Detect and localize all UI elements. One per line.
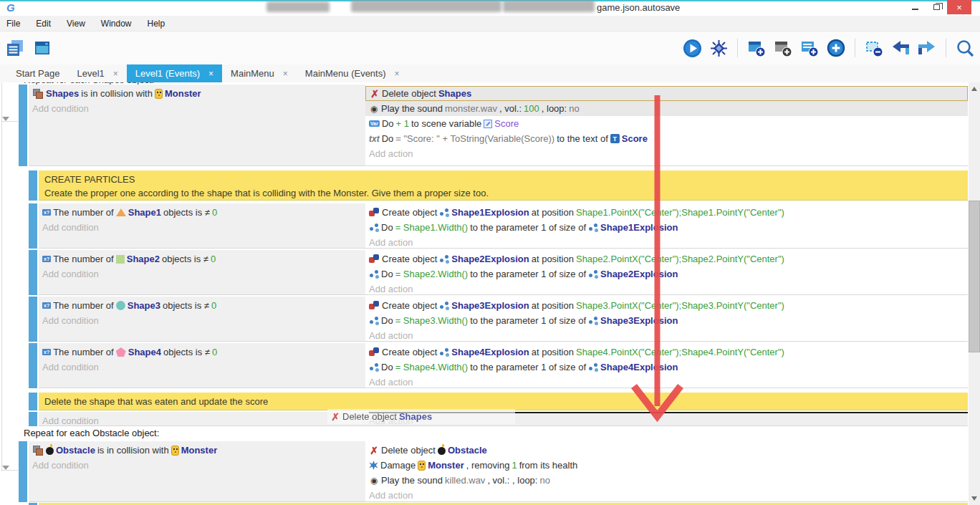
placeholder-text[interactable]: Add action bbox=[369, 490, 413, 501]
title-bar: G game.json.autosave × bbox=[0, 0, 980, 16]
tab-close-icon[interactable]: × bbox=[208, 69, 213, 79]
action-row[interactable]: Create object Shape1Explosion at positio… bbox=[365, 205, 968, 220]
action-row[interactable]: ◉Play the sound killed.wav, vol.: , loop… bbox=[365, 473, 968, 488]
action-row[interactable]: Create object Shape3Explosion at positio… bbox=[365, 298, 968, 313]
maximize-button[interactable] bbox=[926, 0, 947, 14]
placeholder-text[interactable]: Add action bbox=[369, 284, 413, 294]
action-row[interactable]: ✗Delete object Obstacle bbox=[365, 443, 968, 458]
tab-mainmenu-events[interactable]: MainMenu (Events)× bbox=[297, 64, 408, 82]
condition-row[interactable]: Add condition bbox=[39, 220, 365, 235]
scrollbar-thumb[interactable] bbox=[969, 201, 980, 352]
placeholder-text[interactable]: Add condition bbox=[42, 362, 99, 372]
undo-button[interactable] bbox=[890, 37, 911, 59]
condition-row[interactable]: Add condition bbox=[29, 458, 365, 473]
placeholder-text[interactable]: Add condition bbox=[32, 460, 89, 471]
comment-block[interactable]: CREATE PARTICLESCreate the proper one ac… bbox=[39, 170, 968, 201]
tab-level1[interactable]: Level1× bbox=[68, 64, 126, 82]
event-text: no bbox=[539, 475, 549, 486]
action-row[interactable]: txtDo = "Score: " + ToString(Variable(Sc… bbox=[365, 131, 968, 146]
scene-editor-button[interactable] bbox=[32, 37, 53, 59]
project-manager-button[interactable] bbox=[4, 37, 26, 59]
action-row[interactable]: Add action bbox=[365, 375, 968, 390]
redacted-title-text bbox=[351, 0, 501, 12]
action-row[interactable]: VarDo + 1 to scene variable Score bbox=[365, 116, 968, 131]
condition-row[interactable]: Add condition bbox=[29, 101, 365, 116]
event-text: Create object bbox=[382, 254, 437, 264]
search-button[interactable] bbox=[954, 37, 976, 59]
placeholder-text[interactable]: Add action bbox=[369, 148, 413, 159]
event-text: Do bbox=[381, 362, 393, 372]
redo-button[interactable] bbox=[916, 37, 938, 59]
tab-close-icon[interactable]: × bbox=[283, 69, 288, 79]
condition-row[interactable]: Add condition bbox=[39, 266, 365, 282]
action-row[interactable]: Add action bbox=[365, 488, 968, 503]
tab-close-icon[interactable]: × bbox=[395, 69, 400, 79]
scroll-down-icon[interactable] bbox=[971, 496, 977, 501]
add-other-button[interactable] bbox=[825, 37, 847, 59]
action-row[interactable]: Add action bbox=[365, 235, 968, 250]
condition-row[interactable]: x?The number of Shape2 objects is ≠ 0 bbox=[39, 251, 365, 266]
preview-play-button[interactable] bbox=[681, 37, 703, 59]
add-comment-button[interactable] bbox=[799, 37, 820, 59]
action-row[interactable]: Do = Shape2.Width() to the parameter 1 o… bbox=[365, 266, 968, 282]
tab-close-icon[interactable]: × bbox=[113, 69, 118, 79]
action-row[interactable]: Create object Shape4Explosion at positio… bbox=[365, 345, 968, 360]
action-row[interactable]: Add action bbox=[365, 146, 968, 161]
event-text: from its health bbox=[519, 460, 578, 471]
action-row[interactable]: Do = Shape1.Width() to the parameter 1 o… bbox=[365, 220, 968, 235]
add-sub-event-button[interactable] bbox=[772, 37, 794, 59]
comment-block[interactable]: Delete the shape that was eaten and upda… bbox=[39, 393, 968, 410]
event-text: Play the sound bbox=[381, 103, 443, 114]
condition-row[interactable]: x?The number of Shape3 objects is ≠ 0 bbox=[39, 298, 365, 313]
placeholder-text[interactable]: Add action bbox=[369, 237, 413, 248]
condition-row[interactable]: Add condition bbox=[39, 360, 365, 375]
action-row[interactable]: Do = Shape4.Width() to the parameter 1 o… bbox=[365, 360, 968, 375]
placeholder-text[interactable]: Add condition bbox=[42, 222, 99, 233]
action-row[interactable]: Damage Monster, removing 1 from its heal… bbox=[365, 458, 968, 473]
minimize-button[interactable] bbox=[904, 0, 926, 14]
delete-event-button[interactable] bbox=[863, 37, 885, 59]
condition-row[interactable]: Obstacle is in collision with Monster bbox=[29, 443, 365, 458]
sound-icon: ◉ bbox=[369, 104, 379, 114]
condition-row[interactable]: Shapes is in collision with Monster bbox=[29, 86, 365, 101]
action-row[interactable]: ✗Delete object Shapes bbox=[365, 86, 968, 101]
expander-icon[interactable] bbox=[2, 466, 9, 470]
repeat-header[interactable]: Repeat for each Obstacle object: bbox=[24, 428, 159, 438]
action-row[interactable]: Add action bbox=[365, 282, 968, 297]
placeholder-text[interactable]: Add action bbox=[369, 330, 413, 341]
debug-button[interactable] bbox=[708, 37, 729, 59]
menu-help[interactable]: Help bbox=[148, 19, 165, 29]
menu-view[interactable]: View bbox=[67, 19, 85, 29]
action-row[interactable]: Add action bbox=[365, 328, 968, 343]
delete-icon: ✗ bbox=[330, 411, 340, 423]
event-text: Shape4.PointX("Center");Shape4.PointY("C… bbox=[576, 347, 784, 357]
placeholder-text[interactable]: Add condition bbox=[42, 315, 99, 326]
menu-edit[interactable]: Edit bbox=[36, 19, 51, 29]
action-row[interactable]: Do = Shape3.Width() to the parameter 1 o… bbox=[365, 313, 968, 328]
expander-icon[interactable] bbox=[2, 117, 9, 121]
action-row[interactable]: Create object Shape2Explosion at positio… bbox=[365, 251, 968, 266]
condition-row[interactable]: x?The number of Shape4 objects is ≠ 0 bbox=[39, 345, 365, 360]
placeholder-text[interactable]: Add condition bbox=[42, 415, 99, 426]
monster-icon bbox=[155, 89, 163, 99]
tab-start-page[interactable]: Start Page bbox=[7, 64, 68, 82]
action-row[interactable]: ◉Play the sound monster.wav, vol.: 100, … bbox=[365, 101, 968, 116]
close-button[interactable]: × bbox=[947, 0, 971, 14]
vertical-scrollbar[interactable] bbox=[969, 82, 980, 505]
scroll-up-icon[interactable] bbox=[971, 87, 977, 91]
placeholder-text[interactable]: Add condition bbox=[32, 103, 89, 114]
condition-row[interactable]: x?The number of Shape1 objects is ≠ 0 bbox=[39, 205, 365, 220]
comment-text: CREATE PARTICLES bbox=[44, 173, 962, 186]
condition-row[interactable]: Add condition bbox=[39, 313, 365, 328]
shape4-icon bbox=[116, 347, 126, 357]
event-text: Monster bbox=[428, 460, 464, 471]
condition-row[interactable]: Add condition bbox=[39, 413, 365, 428]
tab-mainmenu[interactable]: MainMenu× bbox=[222, 64, 297, 82]
menu-file[interactable]: File bbox=[6, 19, 20, 29]
tree-line bbox=[2, 121, 18, 122]
placeholder-text[interactable]: Add condition bbox=[42, 269, 99, 279]
menu-window[interactable]: Window bbox=[101, 19, 132, 29]
add-event-button[interactable] bbox=[746, 37, 767, 59]
tab-level1-events[interactable]: Level1 (Events)× bbox=[127, 64, 222, 82]
placeholder-text[interactable]: Add action bbox=[369, 377, 413, 388]
